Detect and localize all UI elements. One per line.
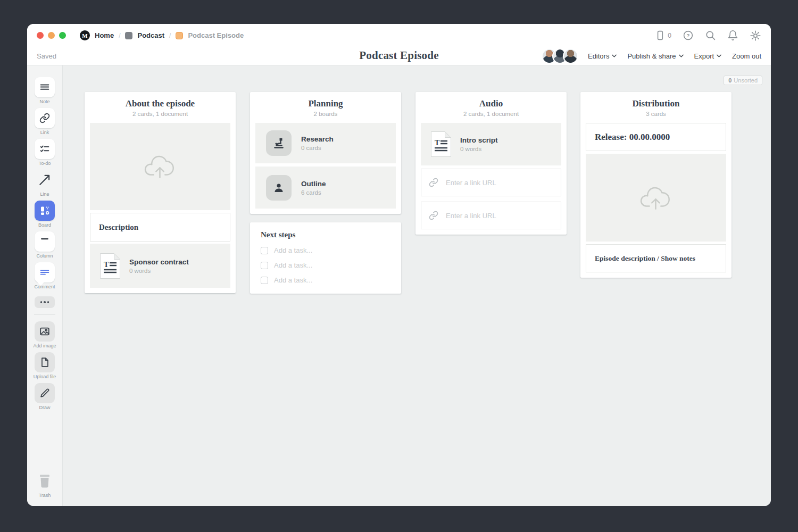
tool-note[interactable]: Note [35,77,55,105]
svg-text:T: T [435,139,440,147]
tool-add-image[interactable]: Add image [33,321,56,349]
note-icon [35,77,55,97]
breadcrumb-home[interactable]: Home [95,31,114,39]
episode-board-icon[interactable] [176,32,183,39]
image-upload-placeholder[interactable] [90,123,230,210]
unsorted-count: 0 [728,77,732,84]
tool-label: Upload file [34,374,56,380]
column-subtitle: 2 boards [255,111,396,117]
board-card-research[interactable]: Research 0 cards [255,123,396,163]
note-card-description[interactable]: Description [90,213,230,242]
svg-text:?: ? [687,32,690,38]
column-header[interactable]: Planning 2 boards [255,92,396,123]
research-board-icon [266,130,292,156]
column-distribution[interactable]: Distribution 3 cards Release: 00.00.0000… [580,92,732,278]
task-row: Add a task... [261,246,390,254]
page-title[interactable]: Podcast Episode [359,48,438,62]
tool-label: Board [38,222,51,228]
document-card-intro-script[interactable]: T Intro script 0 words [421,123,561,165]
trash-icon [35,471,55,491]
export-label: Export [694,52,714,60]
header: M Home / Podcast / Podcast Episode 0 ? [27,24,771,65]
tool-label: Column [36,253,53,259]
breadcrumb-separator: / [119,32,120,39]
cloud-upload-icon [143,152,178,181]
editors-label: Editors [588,52,609,60]
tool-column[interactable]: Column [35,231,55,259]
link-url-input[interactable] [445,178,553,187]
search-button[interactable] [705,30,716,41]
export-dropdown[interactable]: Export [694,52,722,60]
tool-line[interactable]: Line [35,170,55,197]
document-title: Intro script [460,136,498,144]
podcast-board-icon[interactable] [125,32,132,39]
tool-link[interactable]: Link [35,108,55,136]
tool-upload-file[interactable]: Upload file [34,352,56,380]
unsorted-badge[interactable]: 0 Unsorted [724,76,762,85]
image-upload-placeholder[interactable] [586,154,726,242]
column-about-the-episode[interactable]: About the episode 2 cards, 1 document De… [85,92,236,293]
column-header[interactable]: Audio 2 cards, 1 document [421,92,561,123]
zoom-out-button[interactable]: Zoom out [732,52,761,60]
document-card-info: Sponsor contract 0 words [129,258,189,274]
column-header[interactable]: About the episode 2 cards, 1 document [90,92,230,123]
close-window-button[interactable] [37,32,44,39]
breadcrumb-episode[interactable]: Podcast Episode [188,31,244,39]
settings-button[interactable] [750,30,761,41]
link-icon [429,211,438,220]
task-checkbox[interactable] [261,247,268,254]
tool-todo[interactable]: To-do [35,139,55,167]
column-title: About the episode [90,98,230,109]
tool-board[interactable]: Board [35,201,55,228]
notifications-button[interactable] [727,30,738,41]
document-card-sponsor-contract[interactable]: T Sponsor contract 0 words [90,244,230,288]
editor-avatars[interactable] [542,48,578,64]
editors-dropdown[interactable]: Editors [588,52,617,60]
note-card-release-date[interactable]: Release: 00.00.0000 [586,123,726,151]
note-card-episode-description[interactable]: Episode description / Show notes [586,244,726,272]
note-card-text: Description [99,223,138,232]
more-tools-button[interactable] [35,296,55,308]
column-audio[interactable]: Audio 2 cards, 1 document T Intro script… [415,92,567,235]
maximize-window-button[interactable] [59,32,66,39]
task-checkbox[interactable] [261,277,268,284]
header-actions: Editors Publish & share Export Zoom out [542,47,761,65]
sidebar-divider [34,314,55,315]
chevron-down-icon [612,54,617,57]
column-planning[interactable]: Planning 2 boards Research 0 cards [250,92,401,214]
minimize-window-button[interactable] [48,32,55,39]
document-meta: 0 words [460,146,498,152]
publish-share-dropdown[interactable]: Publish & share [627,52,683,60]
outline-board-icon [266,175,292,201]
column-subtitle: 2 cards, 1 document [90,111,230,117]
tool-label: Line [40,192,49,197]
todo-card-next-steps[interactable]: Next steps Add a task... Add a task... A… [250,222,401,294]
chevron-down-icon [679,54,684,57]
tool-draw[interactable]: Draw [35,383,55,411]
board-icon [35,201,55,221]
device-count-badge: 0 [668,32,671,39]
breadcrumb-podcast[interactable]: Podcast [137,31,164,39]
task-placeholder[interactable]: Add a task... [274,246,312,254]
app-logo-icon[interactable]: M [80,30,90,40]
task-row: Add a task... [261,276,390,284]
task-checkbox[interactable] [261,262,268,269]
header-top-row: M Home / Podcast / Podcast Episode 0 ? [27,24,771,47]
help-button[interactable]: ? [683,30,694,41]
mobile-device-button[interactable]: 0 [654,30,671,41]
unsorted-label: Unsorted [734,77,758,84]
trash-dropzone[interactable]: Trash [35,471,55,498]
breadcrumb: M Home / Podcast / Podcast Episode [80,30,244,40]
board-card-outline[interactable]: Outline 6 cards [255,167,396,209]
phone-icon [654,30,666,41]
bell-icon [727,30,738,41]
link-icon [35,108,55,128]
board-canvas[interactable]: 0 Unsorted About the episode 2 cards, 1 … [63,65,771,506]
column-subtitle: 2 cards, 1 document [421,111,561,117]
task-placeholder[interactable]: Add a task... [274,261,312,269]
board-meta: 0 cards [301,145,334,151]
column-header[interactable]: Distribution 3 cards [586,92,726,123]
tool-comment[interactable]: Comment [34,262,55,290]
task-placeholder[interactable]: Add a task... [274,276,312,284]
link-url-input[interactable] [445,211,553,220]
